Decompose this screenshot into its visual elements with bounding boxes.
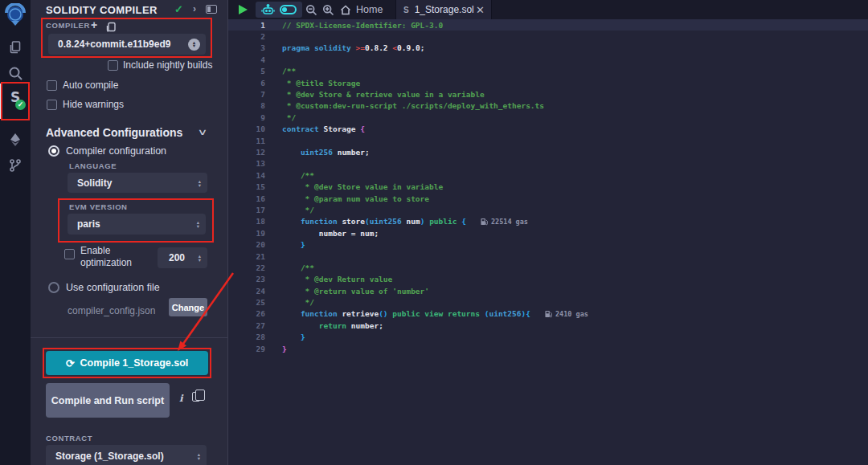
use-configuration-file-radio[interactable] xyxy=(48,282,59,293)
code-line[interactable]: 18 function store(uint256 num) public {2… xyxy=(228,216,868,227)
code-line[interactable]: 1// SPDX-License-Identifier: GPL-3.0 xyxy=(228,19,868,31)
deploy-run-icon[interactable] xyxy=(6,131,24,149)
compiler-configuration-label: Compiler configuration xyxy=(66,145,166,157)
code-text: * @title Storage xyxy=(282,79,360,88)
panel-title: SOLIDITY COMPILER xyxy=(46,4,158,16)
code-line[interactable]: 21 xyxy=(228,251,868,262)
language-value: Solidity xyxy=(68,177,112,189)
add-compiler-icon[interactable]: + xyxy=(91,18,97,31)
run-script-play-icon[interactable] xyxy=(239,5,248,14)
chevron-down-icon[interactable]: ∨ xyxy=(198,127,208,137)
zoom-in-icon[interactable] xyxy=(322,4,334,19)
search-icon[interactable] xyxy=(6,64,24,82)
code-text: */ xyxy=(282,298,314,307)
line-number: 10 xyxy=(228,124,265,133)
remix-ide-window: S ✓ SOLIDITY COMPILER ✓ › COMPILER + 0.8… xyxy=(0,0,868,465)
copilot-toggle-icon[interactable] xyxy=(280,5,297,14)
line-number: 23 xyxy=(228,275,265,283)
code-line[interactable]: 25 */ xyxy=(228,296,868,308)
section-divider xyxy=(31,337,227,338)
code-editor[interactable]: 1// SPDX-License-Identifier: GPL-3.023pr… xyxy=(228,19,868,465)
code-text: uint256 number; xyxy=(282,148,370,157)
home-tab[interactable]: Home xyxy=(340,0,383,19)
pin-panel-icon[interactable] xyxy=(206,5,217,14)
auto-compile-checkbox[interactable] xyxy=(47,80,57,91)
optimization-runs-stepper[interactable]: 200 ▴▾ xyxy=(158,247,207,268)
file-explorer-icon[interactable] xyxy=(6,39,24,56)
code-line[interactable]: 13 xyxy=(228,158,868,169)
auto-compile-label: Auto compile xyxy=(63,80,118,91)
gas-estimate-badge: 22514 gas xyxy=(481,218,528,226)
code-line[interactable]: 5/** xyxy=(228,66,868,77)
code-line[interactable]: 20 } xyxy=(228,239,868,250)
code-text: /** xyxy=(282,67,296,75)
code-line[interactable]: 24 * @return value of 'number' xyxy=(228,285,868,296)
line-number: 16 xyxy=(228,194,265,203)
code-line[interactable]: 4 xyxy=(228,54,868,65)
code-lines: 1// SPDX-License-Identifier: GPL-3.023pr… xyxy=(228,19,868,354)
line-number: 24 xyxy=(228,287,265,296)
tab-1-storage-sol[interactable]: S 1_Storage.sol ✕ xyxy=(395,0,492,19)
code-line[interactable]: 3pragma solidity >=0.8.2 <0.9.0; xyxy=(228,43,868,54)
compile-and-run-button[interactable]: Compile and Run script xyxy=(46,383,170,418)
code-line[interactable]: 22 /** xyxy=(228,262,868,273)
line-number: 5 xyxy=(228,67,265,75)
version-spinner-icon[interactable]: ▲▼ xyxy=(188,39,200,51)
hide-warnings-label: Hide warnings xyxy=(63,99,124,110)
code-line[interactable]: 9 */ xyxy=(228,112,868,123)
code-line[interactable]: 28 } xyxy=(228,332,868,343)
code-line[interactable]: 27 return number; xyxy=(228,320,868,331)
code-line[interactable]: 26 function retrieve() public view retur… xyxy=(228,308,868,320)
git-branch-icon[interactable] xyxy=(6,157,24,174)
compile-button[interactable]: ⟳ Compile 1_Storage.sol xyxy=(46,351,208,375)
code-line[interactable]: 14 /** xyxy=(228,169,868,181)
line-number: 7 xyxy=(228,90,265,99)
line-number: 3 xyxy=(228,43,265,52)
code-line[interactable]: 15 * @dev Store value in variable xyxy=(228,181,868,192)
remix-logo-icon[interactable] xyxy=(3,3,27,27)
code-line[interactable]: 10contract Storage { xyxy=(228,124,868,135)
code-line[interactable]: 6 * @title Storage xyxy=(228,77,868,88)
code-text: } xyxy=(282,332,305,341)
compiler-version-value: 0.8.24+commit.e11b9ed9 xyxy=(48,39,170,50)
ai-copilot-group xyxy=(256,2,302,18)
change-config-button[interactable]: Change xyxy=(169,298,207,316)
evm-version-select[interactable]: paris ▴▾ xyxy=(68,214,206,235)
code-line[interactable]: 23 * @dev Return value xyxy=(228,274,868,285)
close-tab-icon[interactable]: ✕ xyxy=(476,5,485,15)
code-line[interactable]: 11 xyxy=(228,135,868,146)
code-text: return number; xyxy=(282,321,383,330)
advanced-configurations-title[interactable]: Advanced Configurations xyxy=(46,126,182,139)
active-plugin-indicator xyxy=(0,84,2,119)
code-line[interactable]: 29} xyxy=(228,343,868,354)
ai-robot-icon[interactable] xyxy=(261,4,275,16)
contract-select[interactable]: Storage (1_Storage.sol) ▴▾ xyxy=(46,445,207,465)
code-line[interactable]: 17 */ xyxy=(228,204,868,215)
line-number: 18 xyxy=(228,217,265,226)
code-line[interactable]: 2 xyxy=(228,31,868,42)
line-number: 26 xyxy=(228,309,265,318)
compiler-configuration-radio[interactable] xyxy=(48,145,59,157)
nightly-builds-checkbox[interactable] xyxy=(108,60,118,71)
chevron-right-icon[interactable]: › xyxy=(193,3,196,14)
enable-optimization-checkbox[interactable] xyxy=(64,249,75,259)
hide-warnings-checkbox[interactable] xyxy=(47,100,57,110)
code-line[interactable]: 19 number = num; xyxy=(228,227,868,239)
optimization-runs-value: 200 xyxy=(158,252,185,263)
language-select[interactable]: Solidity ▴▾ xyxy=(68,173,207,193)
code-line[interactable]: 7 * @dev Store & retrieve value in a var… xyxy=(228,88,868,100)
code-line[interactable]: 8 * @custom:dev-run-script ./scripts/dep… xyxy=(228,100,868,112)
copy-icon[interactable] xyxy=(192,392,200,402)
contract-label: CONTRACT xyxy=(46,434,92,443)
code-line[interactable]: 16 * @param num value to store xyxy=(228,193,868,204)
code-text: * @dev Store value in variable xyxy=(282,182,443,191)
info-icon[interactable]: i xyxy=(179,393,183,404)
evm-version-value: paris xyxy=(68,218,100,230)
nightly-builds-label: Include nightly builds xyxy=(123,59,212,71)
compiler-version-select[interactable]: 0.8.24+commit.e11b9ed9 ▲▼ xyxy=(48,34,206,55)
compiled-check-icon: ✓ xyxy=(174,3,183,15)
gas-estimate-badge: 2410 gas xyxy=(545,310,588,318)
code-text: } xyxy=(282,345,287,353)
code-line[interactable]: 12 uint256 number; xyxy=(228,146,868,157)
zoom-out-icon[interactable] xyxy=(305,4,317,19)
